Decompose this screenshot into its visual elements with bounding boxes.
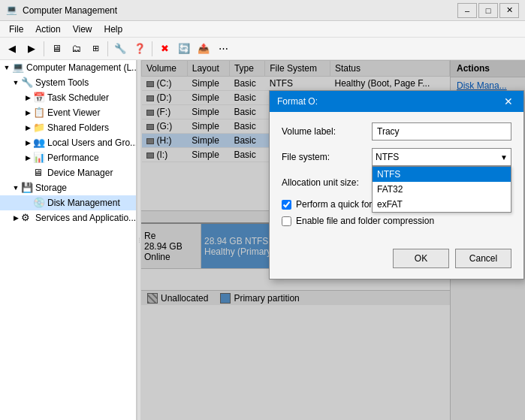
- export-button[interactable]: 📤: [195, 40, 213, 58]
- sidebar-label-shared-folders: Shared Folders: [47, 122, 109, 133]
- sidebar-label-local-users: Local Users and Gro...: [47, 137, 137, 148]
- disk-management-icon: 💿: [33, 197, 45, 209]
- main-area: ▼ 💻 Computer Management (L... ▼ 🔧 System…: [0, 60, 525, 420]
- properties-button[interactable]: 🔧: [111, 40, 129, 58]
- sidebar-label-task-scheduler: Task Scheduler: [47, 92, 109, 103]
- back-button[interactable]: ◀: [3, 40, 21, 58]
- show-hide-button[interactable]: 🗂: [67, 40, 85, 58]
- expand-icon-task[interactable]: ▶: [23, 92, 33, 103]
- expand-icon-perf[interactable]: ▶: [23, 153, 33, 163]
- help-button[interactable]: ❓: [131, 40, 149, 58]
- forward-button[interactable]: ▶: [23, 40, 41, 58]
- local-users-icon: 👥: [33, 137, 45, 149]
- services-icon: ⚙: [21, 212, 33, 224]
- compression-checkbox[interactable]: [282, 216, 291, 226]
- file-system-dropdown-arrow: ▼: [500, 153, 508, 162]
- file-system-label: File system:: [282, 152, 372, 162]
- sidebar-label-device-manager: Device Manager: [47, 168, 113, 178]
- sidebar-label-storage: Storage: [35, 183, 67, 193]
- expand-icon[interactable]: ▼: [2, 62, 12, 73]
- compression-row: Enable file and folder compression: [282, 216, 511, 226]
- minimize-button[interactable]: –: [457, 3, 477, 18]
- sidebar-item-performance[interactable]: ▶ 📊 Performance: [0, 150, 136, 165]
- window-title: Computer Management: [23, 5, 117, 16]
- sidebar-label-system-tools: System Tools: [35, 77, 89, 88]
- window-controls: – □ ✕: [457, 3, 519, 18]
- refresh-button[interactable]: 🔄: [175, 40, 193, 58]
- file-system-dropdown-list: NTFS FAT32 exFAT: [372, 166, 511, 213]
- volume-label-row: Volume label:: [282, 122, 511, 141]
- title-bar: 💻 Computer Management – □ ✕: [0, 0, 525, 21]
- expand-icon-users[interactable]: ▶: [23, 137, 33, 148]
- shared-folders-icon: 📁: [33, 122, 45, 134]
- file-system-select-wrapper: NTFS ▼ NTFS FAT32 exFAT: [372, 148, 511, 166]
- compression-label[interactable]: Enable file and folder compression: [296, 216, 434, 226]
- sidebar-label-disk-management: Disk Management: [47, 198, 120, 208]
- allocation-label: Allocation unit size:: [282, 177, 372, 188]
- expand-icon-system-tools[interactable]: ▼: [11, 77, 21, 88]
- more-button[interactable]: ⋯: [214, 40, 232, 58]
- menu-bar: File Action View Help: [0, 21, 525, 38]
- close-button[interactable]: ✕: [499, 3, 519, 18]
- sidebar-label-performance: Performance: [47, 153, 99, 163]
- modal-titlebar: Format O: ✕: [270, 91, 523, 112]
- expand-icon-shared[interactable]: ▶: [23, 122, 33, 133]
- sidebar-item-system-tools[interactable]: ▼ 🔧 System Tools: [0, 75, 136, 90]
- menu-view[interactable]: View: [67, 21, 98, 37]
- file-system-row: File system: NTFS ▼ NTFS FAT32 exFAT: [282, 148, 511, 166]
- modal-body: Volume label: File system: NTFS ▼ N: [270, 112, 523, 243]
- volume-label-input[interactable]: [372, 122, 511, 141]
- sidebar-item-storage[interactable]: ▼ 💾 Storage: [0, 180, 136, 195]
- format-dialog: Format O: ✕ Volume label: File system:: [269, 90, 524, 279]
- expand-icon-services[interactable]: ▶: [11, 213, 21, 223]
- modal-close-button[interactable]: ✕: [501, 94, 516, 109]
- toolbar: ◀ ▶ 🖥 🗂 ⊞ 🔧 ❓ ✖ 🔄 📤 ⋯: [0, 38, 525, 60]
- sidebar-item-event-viewer[interactable]: ▶ 📋 Event Viewer: [0, 105, 136, 120]
- new-window-button[interactable]: ⊞: [86, 40, 104, 58]
- storage-icon: 💾: [21, 182, 33, 194]
- sidebar-item-device-manager[interactable]: 🖥 Device Manager: [0, 165, 136, 180]
- menu-file[interactable]: File: [3, 21, 29, 37]
- sidebar: ▼ 💻 Computer Management (L... ▼ 🔧 System…: [0, 60, 137, 420]
- device-manager-icon: 🖥: [33, 167, 45, 179]
- file-system-select-display[interactable]: NTFS ▼: [372, 148, 511, 166]
- task-scheduler-icon: 📅: [33, 92, 45, 104]
- ok-button[interactable]: OK: [393, 249, 449, 268]
- sidebar-label-event-viewer: Event Viewer: [47, 107, 100, 118]
- file-system-selected-value: NTFS: [376, 152, 500, 162]
- app-icon: 💻: [6, 5, 18, 17]
- cancel-button[interactable]: Cancel: [455, 249, 511, 268]
- computer-mgmt-icon: 💻: [12, 62, 24, 74]
- sidebar-item-local-users[interactable]: ▶ 👥 Local Users and Gro...: [0, 135, 136, 150]
- sidebar-item-disk-management[interactable]: 💿 Disk Management: [0, 195, 136, 210]
- toolbar-sep-1: [44, 41, 44, 56]
- volume-label-label: Volume label:: [282, 126, 372, 137]
- maximize-button[interactable]: □: [478, 3, 498, 18]
- modal-footer: OK Cancel: [270, 243, 523, 279]
- sidebar-label-services: Services and Applicatio...: [35, 213, 136, 223]
- option-fat32[interactable]: FAT32: [373, 182, 511, 197]
- menu-action[interactable]: Action: [29, 21, 66, 37]
- performance-icon: 📊: [33, 152, 45, 164]
- expand-icon-storage[interactable]: ▼: [11, 183, 21, 193]
- quick-format-checkbox[interactable]: [282, 200, 291, 210]
- sidebar-label-computer-management: Computer Management (L...: [26, 62, 137, 73]
- expand-icon-event[interactable]: ▶: [23, 107, 33, 118]
- sidebar-item-computer-management[interactable]: ▼ 💻 Computer Management (L...: [0, 60, 136, 75]
- modal-overlay: Format O: ✕ Volume label: File system:: [141, 60, 525, 420]
- computer-mgmt-button[interactable]: 🖥: [47, 40, 65, 58]
- toolbar-sep-3: [152, 41, 152, 56]
- toolbar-sep-2: [107, 41, 108, 56]
- sidebar-item-shared-folders[interactable]: ▶ 📁 Shared Folders: [0, 120, 136, 135]
- option-exfat[interactable]: exFAT: [373, 197, 511, 212]
- sidebar-item-task-scheduler[interactable]: ▶ 📅 Task Scheduler: [0, 90, 136, 105]
- system-tools-icon: 🔧: [21, 77, 33, 89]
- sidebar-item-services[interactable]: ▶ ⚙ Services and Applicatio...: [0, 210, 136, 225]
- option-ntfs[interactable]: NTFS: [373, 167, 511, 182]
- menu-help[interactable]: Help: [98, 21, 129, 37]
- modal-title: Format O:: [277, 96, 318, 107]
- event-viewer-icon: 📋: [33, 107, 45, 119]
- delete-button[interactable]: ✖: [155, 40, 173, 58]
